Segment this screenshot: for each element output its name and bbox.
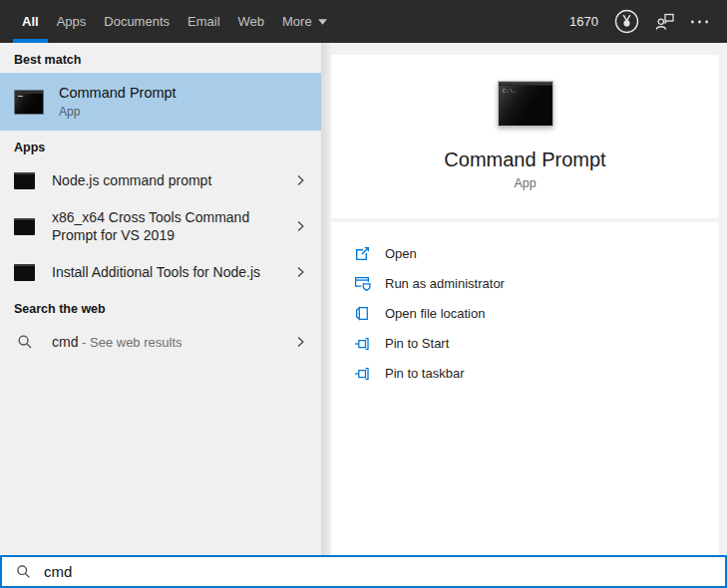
app-item-x86-x64-cross-tools[interactable]: x86_x64 Cross Tools Command Prompt for V… xyxy=(0,200,321,252)
action-pin-to-taskbar[interactable]: Pin to taskbar xyxy=(331,358,719,388)
action-label: Pin to Start xyxy=(385,336,449,351)
chevron-down-icon xyxy=(318,19,327,25)
tab-more-label: More xyxy=(282,14,312,29)
tab-web-label: Web xyxy=(238,14,265,29)
tab-email-label: Email xyxy=(187,14,220,29)
preview-app-subtitle: App xyxy=(514,176,536,190)
action-label: Pin to taskbar xyxy=(385,366,465,381)
action-label: Run as administrator xyxy=(385,276,505,291)
chevron-right-icon[interactable] xyxy=(294,173,307,187)
app-item-title: Install Additional Tools for Node.js xyxy=(52,263,276,281)
action-pin-to-start[interactable]: Pin to Start xyxy=(331,328,719,358)
preview-actions-card: Open Run as administrator Open file loca… xyxy=(331,222,719,555)
feedback-person-icon[interactable] xyxy=(655,13,675,31)
app-item-nodejs-command-prompt[interactable]: Node.js command prompt xyxy=(0,160,321,200)
tab-more[interactable]: More xyxy=(273,0,336,43)
action-open-file-location[interactable]: Open file location xyxy=(331,298,719,328)
web-suffix-text: - See web results xyxy=(78,335,182,350)
terminal-icon xyxy=(14,218,35,235)
rewards-medal-icon[interactable] xyxy=(613,8,640,35)
app-item-install-additional-tools[interactable]: Install Additional Tools for Node.js xyxy=(0,252,321,292)
tab-all-label: All xyxy=(22,14,39,29)
results-list-panel: Best match Command Prompt App Apps Node.… xyxy=(0,43,321,555)
command-prompt-icon-large xyxy=(498,81,553,127)
best-match-item-command-prompt[interactable]: Command Prompt App xyxy=(0,73,321,131)
section-heading-search-the-web: Search the web xyxy=(0,292,321,322)
chevron-right-icon[interactable] xyxy=(294,219,307,233)
tab-apps-label: Apps xyxy=(57,14,87,29)
tab-documents-label: Documents xyxy=(104,14,170,29)
search-icon xyxy=(16,564,31,579)
tab-documents[interactable]: Documents xyxy=(95,0,179,43)
tab-email[interactable]: Email xyxy=(179,0,229,43)
tab-all[interactable]: All xyxy=(13,0,48,43)
topbar-right-cluster: 1670 xyxy=(569,0,727,43)
action-open[interactable]: Open xyxy=(331,238,719,268)
terminal-icon xyxy=(14,264,35,281)
tab-apps[interactable]: Apps xyxy=(48,0,96,43)
section-heading-apps: Apps xyxy=(0,131,321,160)
best-match-title: Command Prompt xyxy=(59,85,177,101)
search-results-area: Best match Command Prompt App Apps Node.… xyxy=(0,43,727,555)
section-heading-best-match: Best match xyxy=(0,43,321,73)
action-label: Open xyxy=(385,246,417,261)
command-prompt-icon xyxy=(14,90,44,115)
more-options-ellipsis-icon[interactable] xyxy=(690,20,709,24)
file-location-icon xyxy=(354,305,371,322)
admin-shield-icon xyxy=(354,275,371,292)
app-item-title: Node.js command prompt xyxy=(52,171,276,189)
preview-app-title: Command Prompt xyxy=(444,148,605,171)
action-label: Open file location xyxy=(385,306,485,321)
search-box xyxy=(0,555,727,588)
search-input[interactable] xyxy=(31,563,725,580)
preview-panel: Command Prompt App Open Run as administr… xyxy=(321,43,727,555)
search-filter-bar: All Apps Documents Email Web More 1670 xyxy=(0,0,727,43)
pin-icon xyxy=(354,365,371,382)
chevron-right-icon[interactable] xyxy=(294,265,307,279)
open-window-icon xyxy=(354,245,371,262)
search-icon xyxy=(14,334,35,350)
best-match-subtitle: App xyxy=(59,105,177,119)
web-search-item-cmd[interactable]: cmd - See web results xyxy=(0,322,321,362)
windows-search-flyout: All Apps Documents Email Web More 1670 xyxy=(0,0,727,588)
chevron-right-icon[interactable] xyxy=(294,335,307,349)
pin-icon xyxy=(354,335,371,352)
web-query-text: cmd xyxy=(52,334,78,350)
action-run-as-administrator[interactable]: Run as administrator xyxy=(331,268,719,298)
preview-header-card: Command Prompt App xyxy=(331,55,719,218)
filter-tabs: All Apps Documents Email Web More xyxy=(13,0,336,43)
best-match-text: Command Prompt App xyxy=(59,85,177,119)
terminal-icon xyxy=(14,172,35,189)
tab-web[interactable]: Web xyxy=(229,0,274,43)
rewards-points: 1670 xyxy=(569,14,598,29)
app-item-title: x86_x64 Cross Tools Command Prompt for V… xyxy=(52,208,276,244)
